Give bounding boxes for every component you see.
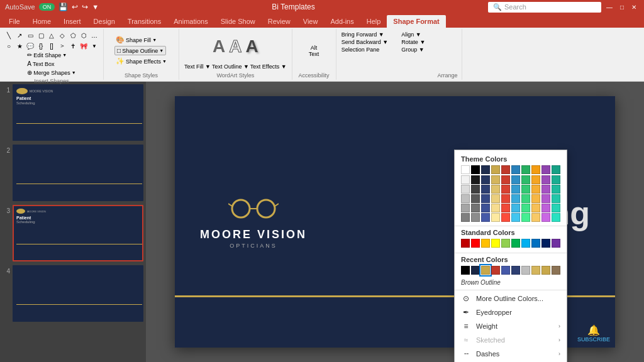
send-backward-btn[interactable]: Send Backward ▼ xyxy=(341,39,388,45)
tab-review[interactable]: Review xyxy=(262,15,297,28)
shape-line[interactable]: ╲ xyxy=(4,30,14,40)
wordart-a-outline[interactable]: A xyxy=(228,35,243,58)
shape-callout[interactable]: 💬 xyxy=(25,41,35,51)
shape-cross[interactable]: ✝ xyxy=(68,41,78,51)
theme-swatch[interactable] xyxy=(471,185,480,194)
theme-swatch[interactable] xyxy=(471,165,480,174)
tab-home[interactable]: Home xyxy=(26,15,57,28)
theme-swatch[interactable] xyxy=(521,204,530,212)
theme-swatch[interactable] xyxy=(531,175,540,184)
eyedropper-item[interactable]: ✒ Eyedropper xyxy=(455,305,567,319)
shape-brace[interactable]: [] xyxy=(47,41,57,51)
theme-swatch[interactable] xyxy=(491,204,500,212)
align-btn[interactable]: Align ▼ xyxy=(401,31,425,38)
theme-swatch[interactable] xyxy=(531,185,540,194)
customize-icon[interactable]: ▼ xyxy=(92,3,99,11)
theme-swatch[interactable] xyxy=(531,194,540,203)
tab-insert[interactable]: Insert xyxy=(57,15,87,28)
close-btn[interactable]: ✕ xyxy=(629,3,639,11)
theme-swatch[interactable] xyxy=(511,213,520,222)
slide-img-4[interactable] xyxy=(13,265,143,322)
bring-forward-btn[interactable]: Bring Forward ▼ xyxy=(341,31,388,38)
minimize-btn[interactable]: — xyxy=(604,3,615,11)
theme-swatch[interactable] xyxy=(552,213,560,222)
maximize-btn[interactable]: □ xyxy=(618,3,626,11)
theme-swatch[interactable] xyxy=(552,185,560,194)
shape-chevron[interactable]: ＞ xyxy=(57,41,67,51)
tab-help[interactable]: Help xyxy=(360,15,387,28)
theme-swatch[interactable] xyxy=(481,213,490,222)
theme-swatch[interactable] xyxy=(552,204,560,212)
alt-text-btn[interactable]: AltText xyxy=(309,45,319,57)
tab-file[interactable]: File xyxy=(3,15,26,28)
wordart-a-fill[interactable]: A xyxy=(211,35,226,58)
theme-swatch[interactable] xyxy=(511,185,520,194)
slide-img-1[interactable]: MOORE VISION Patient Scheduling xyxy=(13,84,143,141)
search-bar[interactable]: 🔍 Search xyxy=(488,2,601,13)
theme-swatch[interactable] xyxy=(491,185,500,194)
tab-view[interactable]: View xyxy=(297,15,325,28)
tab-transitions[interactable]: Transitions xyxy=(121,15,167,28)
theme-swatch[interactable] xyxy=(541,185,550,194)
tab-shape-format[interactable]: Shape Format xyxy=(387,15,445,28)
shape-pentagon[interactable]: ⬠ xyxy=(68,30,78,40)
slide-img-2[interactable] xyxy=(13,145,143,201)
edit-shape-btn[interactable]: ✏ Edit Shape ▼ xyxy=(26,51,68,59)
theme-swatch[interactable] xyxy=(501,194,510,203)
theme-swatch[interactable] xyxy=(521,213,530,222)
shape-bracket[interactable]: {} xyxy=(36,41,46,51)
shape-rounded-rect[interactable]: ▢ xyxy=(36,30,46,40)
merge-shapes-btn[interactable]: ⊕ Merge Shapes ▼ xyxy=(26,69,77,77)
theme-swatch[interactable] xyxy=(511,165,520,174)
theme-swatch[interactable] xyxy=(481,194,490,203)
theme-swatch[interactable] xyxy=(501,185,510,194)
text-outline-btn[interactable]: Text Outline ▼ xyxy=(212,63,249,70)
theme-swatch[interactable] xyxy=(511,204,520,212)
recent-swatch-0[interactable] xyxy=(461,266,470,275)
theme-swatch[interactable] xyxy=(471,204,480,212)
theme-swatch[interactable] xyxy=(501,213,510,222)
shape-arrow[interactable]: ↗ xyxy=(14,30,25,40)
theme-swatch[interactable] xyxy=(461,213,470,222)
theme-swatch[interactable] xyxy=(461,194,470,203)
tab-animations[interactable]: Animations xyxy=(167,15,214,28)
text-box-btn[interactable]: A Text Box xyxy=(26,60,55,68)
theme-swatch[interactable] xyxy=(521,175,530,184)
theme-swatch[interactable] xyxy=(461,185,470,194)
theme-swatch[interactable] xyxy=(511,175,520,184)
theme-swatch[interactable] xyxy=(471,213,480,222)
theme-swatch[interactable] xyxy=(461,175,470,184)
std-swatch-3[interactable] xyxy=(491,239,500,248)
wordart-a-shadow[interactable]: A xyxy=(244,35,259,58)
recent-swatch-7[interactable] xyxy=(531,266,540,275)
theme-swatch[interactable] xyxy=(531,204,540,212)
save-icon[interactable]: 💾 xyxy=(58,3,68,11)
tab-addins[interactable]: Add-ins xyxy=(324,15,360,28)
more-outline-colors-item[interactable]: ⊙ More Outline Colors... xyxy=(455,292,567,305)
shape-circle[interactable]: ○ xyxy=(4,41,14,51)
theme-swatch[interactable] xyxy=(552,175,560,184)
theme-swatch[interactable] xyxy=(531,165,540,174)
std-swatch-1[interactable] xyxy=(471,239,480,248)
theme-swatch[interactable] xyxy=(541,204,550,212)
selection-pane-btn[interactable]: Selection Pane xyxy=(341,47,388,53)
weight-item[interactable]: ≡ Weight › xyxy=(455,319,567,333)
shape-diamond[interactable]: ◇ xyxy=(57,30,67,40)
theme-swatch[interactable] xyxy=(511,194,520,203)
recent-swatch-9[interactable] xyxy=(552,266,560,275)
recent-swatch-5[interactable] xyxy=(511,266,520,275)
redo-icon[interactable]: ↪ xyxy=(82,3,88,11)
theme-swatch[interactable] xyxy=(521,165,530,174)
std-swatch-8[interactable] xyxy=(541,239,550,248)
recent-swatch-4[interactable] xyxy=(501,266,510,275)
theme-swatch[interactable] xyxy=(541,194,550,203)
theme-swatch[interactable] xyxy=(541,175,550,184)
theme-swatch[interactable] xyxy=(471,175,480,184)
shape-ribbon[interactable]: 🎀 xyxy=(79,41,89,51)
shape-effects-btn[interactable]: ✨ Shape Effects ▼ xyxy=(114,57,168,66)
theme-swatch[interactable] xyxy=(552,165,560,174)
recent-swatch-1[interactable] xyxy=(471,266,480,275)
theme-swatch[interactable] xyxy=(552,194,560,203)
tab-design[interactable]: Design xyxy=(87,15,121,28)
dashes-item[interactable]: ╌ Dashes › xyxy=(455,347,567,361)
